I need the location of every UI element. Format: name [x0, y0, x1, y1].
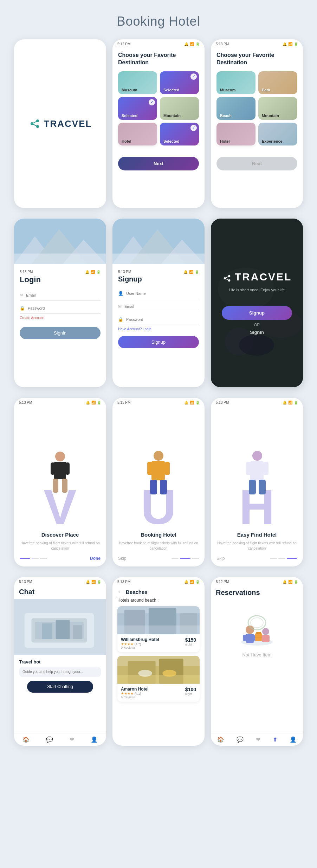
screen-choose-dest-selected: 5:12 PM 🔔 📶 🔋 Choose your Favorite Desti…: [112, 39, 205, 208]
dest-label-selected3: Selected: [163, 139, 179, 143]
mountain-illustration: [14, 219, 106, 264]
svg-rect-26: [54, 462, 66, 479]
dest-label-park-s3: Park: [262, 88, 270, 92]
signup-button[interactable]: Signup: [118, 336, 199, 348]
back-button[interactable]: ←: [117, 589, 123, 595]
logo-text: TRACVEL: [44, 118, 92, 129]
dest-card-selected2-s2[interactable]: Selected ✓: [118, 97, 157, 120]
signin-button[interactable]: Signin: [20, 327, 101, 339]
screen-signup: 5:13 PM 🔔📶🔋 Signup 👤 ✉ 🔒 Have Account?: [112, 219, 205, 387]
hotel-1-stars: ★★★★ (4.7): [121, 642, 159, 646]
done-button[interactable]: Done: [90, 556, 101, 561]
dest-card-mountain-s3[interactable]: Mountain: [258, 97, 297, 120]
status-icons-s5: 🔔📶🔋: [183, 270, 199, 274]
status-icons-s4: 🔔📶🔋: [85, 270, 101, 274]
svg-point-74: [251, 618, 263, 628]
email-input[interactable]: [26, 293, 101, 297]
reserv-nav-user[interactable]: 👤: [290, 736, 297, 743]
nav-user-s10[interactable]: 👤: [91, 736, 98, 743]
time-s11: 5:13 PM: [117, 580, 130, 584]
dest-card-museum-s3[interactable]: Museum: [216, 71, 255, 94]
svg-rect-14: [112, 254, 205, 264]
dest-card-museum-s2[interactable]: Museum: [118, 71, 157, 94]
password-input[interactable]: [28, 306, 101, 310]
dest-card-experience-s3[interactable]: Experience: [258, 123, 297, 145]
svg-rect-38: [250, 461, 264, 480]
skip-button-s8[interactable]: Skip: [118, 556, 126, 561]
status-bar-s11: 5:13 PM 🔔📶🔋: [112, 577, 205, 585]
signup-hero-img: [112, 219, 205, 264]
dark-signup-button[interactable]: Signup: [222, 306, 292, 320]
dest-card-hotel-s3[interactable]: Hotel: [216, 123, 255, 145]
svg-rect-39: [246, 462, 251, 475]
beaches-content: ← Beaches Hotels around beach :: [112, 585, 205, 746]
reserv-bottom-nav: 🏠 💬 ❤ ⬆ 👤: [211, 733, 303, 746]
next-button-s2[interactable]: Next: [118, 157, 199, 170]
login-link[interactable]: Login: [143, 327, 151, 331]
dest-card-mountain-s2[interactable]: Mountain: [160, 97, 199, 120]
svg-rect-65: [246, 634, 254, 643]
dest-card-selected1-s2[interactable]: Selected ✓: [160, 71, 199, 94]
booking-onboard-content: U Booking Hotel Havefree booking of flig…: [112, 406, 205, 566]
status-icons-s3: 🔔 📶 🔋: [283, 42, 298, 46]
screen-chat: 5:13 PM 🔔📶🔋 Chat Travel bot Guide you an…: [14, 577, 106, 746]
have-account-text: Have Account? Login: [118, 327, 199, 331]
dot-2: [32, 558, 39, 559]
reserv-nav-bookmark[interactable]: ⬆: [273, 736, 277, 743]
choose-dest-title-s2: Choose your Favorite Destination: [118, 52, 199, 66]
dark-signin-button[interactable]: Signin: [250, 330, 264, 335]
dot-s9-1: [270, 558, 277, 559]
dot-3: [40, 558, 47, 559]
time-s3: 5:13 PM: [216, 42, 229, 46]
dark-logo-icon: [222, 273, 232, 283]
username-input-row: 👤: [118, 288, 199, 299]
hotel-card-info-1: Williamsbrug Hotel ★★★★ (4.7) 9 Reviews …: [117, 634, 200, 652]
signup-email-input[interactable]: [124, 304, 199, 309]
nav-home-s10[interactable]: 🏠: [22, 736, 30, 743]
screen-login: 5:13 PM 🔔📶🔋 Login ✉ 🔒 Create Account Sig…: [14, 219, 106, 387]
hotel-card-1[interactable]: Williamsbrug Hotel ★★★★ (4.7) 9 Reviews …: [117, 606, 200, 652]
status-bar-s8: 5:13 PM 🔔📶🔋: [112, 398, 205, 406]
screen-booking-onboard: 5:13 PM 🔔📶🔋 U Booking Hotel Havefree boo…: [112, 398, 205, 566]
time-s4: 5:13 PM: [20, 270, 33, 274]
status-bar-s4: 5:13 PM 🔔📶🔋: [20, 270, 101, 275]
create-account-link[interactable]: Create Account: [20, 316, 101, 320]
dest-label-hotel-s3: Hotel: [220, 139, 230, 143]
hotel-1-name: Williamsbrug Hotel: [121, 637, 159, 642]
status-icons-s12: 🔔📶🔋: [283, 580, 298, 584]
login-form: 5:13 PM 🔔📶🔋 Login ✉ 🔒 Create Account Sig…: [14, 264, 106, 387]
status-bar-s5: 5:13 PM 🔔📶🔋: [118, 270, 199, 275]
reserv-nav-home[interactable]: 🏠: [217, 736, 224, 743]
person-discover: [48, 449, 72, 495]
splash-content: TRACVEL: [14, 39, 106, 208]
screen-discover: 5:13 PM 🔔📶🔋 V Discover Place Havefree bo…: [14, 398, 106, 566]
start-chatting-button[interactable]: Start Chatting: [27, 681, 93, 693]
reserv-nav-heart[interactable]: ❤: [256, 736, 260, 743]
nav-chat-s10[interactable]: 💬: [46, 736, 53, 743]
svg-rect-47: [42, 623, 52, 639]
dest-card-beach-s3[interactable]: Beach: [216, 97, 255, 120]
reserv-nav-chat[interactable]: 💬: [237, 736, 244, 743]
skip-button-s9[interactable]: Skip: [216, 556, 225, 561]
dest-card-selected3-s2[interactable]: Selected ✓: [160, 123, 199, 145]
status-bar-s9: 5:13 PM 🔔📶🔋: [211, 398, 303, 406]
hotel-1-reviews: 9 Reviews: [121, 646, 159, 649]
reservations-content: Reservations: [211, 585, 303, 733]
svg-point-31: [154, 451, 163, 461]
hotel-2-per: night: [185, 692, 196, 696]
svg-line-4: [32, 124, 38, 127]
nav-heart-s10[interactable]: ❤: [70, 736, 74, 743]
hotel-2-price-wrap: $100 night: [185, 687, 196, 696]
signup-email-row: ✉: [118, 301, 199, 312]
dest-card-park-s3[interactable]: Park: [258, 71, 297, 94]
username-input[interactable]: [126, 291, 199, 296]
screen-choose-dest-empty: 5:13 PM 🔔 📶 🔋 Choose your Favorite Desti…: [211, 39, 303, 208]
dark-tagline: Life is short once. Enjoy your life: [229, 288, 285, 292]
dest-card-hotel-s2[interactable]: Hotel: [118, 123, 157, 145]
dark-logo-wrap: TRACVEL: [222, 271, 292, 286]
time-s7: 5:13 PM: [19, 401, 32, 404]
signup-password-input[interactable]: [126, 317, 199, 322]
signup-email-icon: ✉: [118, 304, 122, 309]
hotel-card-2[interactable]: Amaron Hotel ★★★★ (4.1) 6 Reviews $100 n…: [117, 656, 200, 702]
status-icons-s2: 🔔 📶 🔋: [184, 42, 200, 46]
